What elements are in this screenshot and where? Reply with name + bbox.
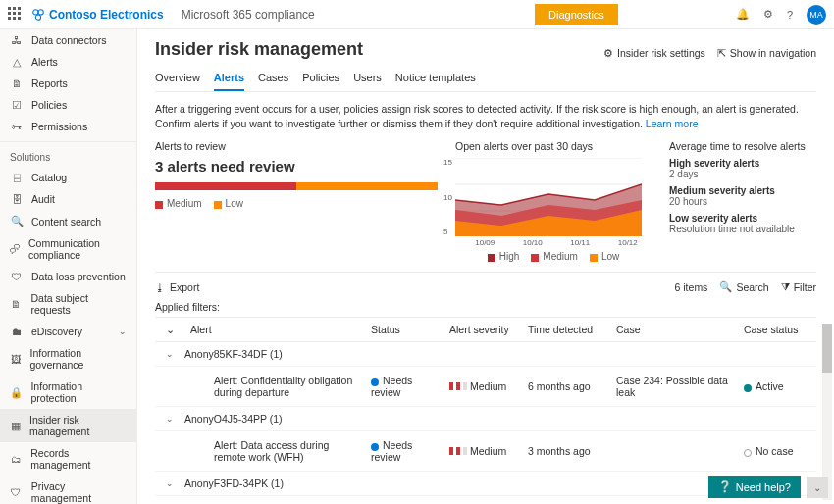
cell-alert: Alert: Confidentiality obligation during… <box>184 375 365 398</box>
sidebar-item-label: Reports <box>31 77 68 89</box>
sidebar-item-content-search[interactable]: 🔍Content search <box>0 210 136 232</box>
app-launcher-icon[interactable] <box>8 7 24 23</box>
sidebar-item-catalog[interactable]: ⌸Catalog <box>0 167 136 188</box>
col-severity[interactable]: Alert severity <box>443 324 522 335</box>
sidebar-icon: ☑ <box>10 99 24 111</box>
sidebar-icon: 🖿 <box>10 326 24 337</box>
cell-severity: Medium <box>443 445 522 457</box>
col-status[interactable]: Status <box>365 324 443 335</box>
show-in-navigation-link[interactable]: ⇱ Show in navigation <box>717 47 816 59</box>
sidebar-icon: 🗄 <box>10 193 24 205</box>
brand-label: Contoso Electronics <box>49 8 164 22</box>
sidebar-item-label: Content search <box>31 216 101 227</box>
tab-alerts[interactable]: Alerts <box>214 66 244 91</box>
cell-time: 6 months ago <box>522 380 610 392</box>
export-button[interactable]: ⭳ Export <box>155 281 199 293</box>
sidebar-item-label: Data loss prevention <box>31 271 126 282</box>
help-icon[interactable]: ? <box>787 9 793 21</box>
cell-case: Case 234: Possible data leak <box>610 375 738 398</box>
sidebar-item-reports[interactable]: 🗎Reports <box>0 73 136 94</box>
gear-icon[interactable]: ⚙ <box>763 8 773 21</box>
brand[interactable]: Contoso Electronics <box>31 8 164 22</box>
metric: Medium severity alerts20 hours <box>669 185 816 207</box>
status-dot-icon <box>744 384 752 392</box>
sidebar-icon: 🔒 <box>10 386 23 399</box>
sidebar-icon: 🖼 <box>10 353 23 365</box>
sidebar-icon: 🗝 <box>10 121 24 132</box>
learn-more-link[interactable]: Learn more <box>646 118 699 129</box>
sidebar-item-permissions[interactable]: 🗝Permissions <box>0 116 136 137</box>
sidebar-item-privacy-management[interactable]: 🛡Privacy management <box>0 476 136 504</box>
sidebar-item-audit[interactable]: 🗄Audit <box>0 188 136 210</box>
search-button[interactable]: 🔍 Search <box>719 280 768 293</box>
chevron-down-icon: ⌄ <box>155 479 184 488</box>
col-alert[interactable]: Alert <box>184 324 365 335</box>
collapse-arrow-icon[interactable]: ⌄ <box>807 477 828 498</box>
sidebar-icon: 🛡 <box>10 271 24 282</box>
sidebar-item-label: Data subject requests <box>30 292 127 316</box>
tab-notice-templates[interactable]: Notice templates <box>395 66 476 91</box>
sidebar: 🖧Data connectors△Alerts🗎Reports☑Policies… <box>0 29 137 504</box>
filter-button[interactable]: ⧩ Filter <box>781 280 816 293</box>
cell-severity: Medium <box>443 380 522 392</box>
avatar[interactable]: MA <box>807 5 826 25</box>
col-case[interactable]: Case <box>610 324 738 335</box>
top-bar: Contoso Electronics Microsoft 365 compli… <box>0 0 834 29</box>
sidebar-item-label: eDiscovery <box>31 326 82 337</box>
col-time[interactable]: Time detected <box>522 324 610 335</box>
page-description: After a triggering event occurs for a us… <box>155 92 816 140</box>
open-alerts-chart: 15105 <box>455 158 642 236</box>
sidebar-icon: 🛡 <box>10 486 24 498</box>
tab-users[interactable]: Users <box>353 66 382 91</box>
sidebar-item-alerts[interactable]: △Alerts <box>0 51 136 73</box>
page-title: Insider risk management <box>155 39 363 60</box>
open-alerts-heading: Open alerts over past 30 days <box>455 140 652 152</box>
sidebar-item-information-protection[interactable]: 🔒Information protection <box>0 376 136 409</box>
metric-value: 20 hours <box>669 196 707 207</box>
sidebar-item-data-connectors[interactable]: 🖧Data connectors <box>0 29 136 51</box>
metric: High severity alerts2 days <box>669 158 816 179</box>
sidebar-item-label: Information governance <box>30 347 128 371</box>
col-case-status[interactable]: Case status <box>738 324 816 335</box>
empty-circle-icon <box>744 449 752 457</box>
sidebar-icon: 🗂 <box>10 453 23 465</box>
top-actions: 🔔 ⚙ ? MA <box>736 5 826 25</box>
sidebar-item-policies[interactable]: ☑Policies <box>0 94 136 116</box>
chevron-down-icon: ⌄ <box>119 327 127 336</box>
alerts-review-legend: Medium Low <box>155 198 438 209</box>
status-dot-icon <box>371 443 379 451</box>
need-help-button[interactable]: ❔ Need help? <box>708 476 801 498</box>
alert-group[interactable]: ⌄Anony85KF-34DF (1) <box>155 342 816 367</box>
sidebar-item-records-management[interactable]: 🗂Records management <box>0 442 136 476</box>
alert-group[interactable]: ⌄AnonyO4J5-34PP (1) <box>155 407 816 431</box>
sidebar-icon: 🖧 <box>10 34 24 46</box>
grid-header: ⌄ Alert Status Alert severity Time detec… <box>155 318 816 342</box>
alerts-review-bar <box>155 182 438 190</box>
sidebar-item-insider-risk-management[interactable]: ▦Insider risk management <box>0 409 136 442</box>
tab-overview[interactable]: Overview <box>155 66 200 91</box>
alert-row[interactable]: Alert: Confidentiality obligation during… <box>155 367 816 407</box>
chevron-down-icon[interactable]: ⌄ <box>155 324 184 335</box>
avg-time-heading: Average time to resolve alerts <box>669 140 816 152</box>
tab-cases[interactable]: Cases <box>258 66 288 91</box>
sidebar-item-communication-compliance[interactable]: 🗪Communication compliance <box>0 232 136 266</box>
tab-policies[interactable]: Policies <box>302 66 339 91</box>
sidebar-item-label: Policies <box>31 99 67 111</box>
scrollbar-thumb[interactable] <box>822 324 832 373</box>
metric-title: Medium severity alerts <box>669 185 816 196</box>
sidebar-item-ediscovery[interactable]: 🖿eDiscovery⌄ <box>0 321 136 342</box>
insider-risk-settings-link[interactable]: ⚙ Insider risk settings <box>603 47 705 59</box>
bell-icon[interactable]: 🔔 <box>736 8 750 21</box>
brand-logo-icon <box>31 8 45 22</box>
sidebar-item-label: Data connectors <box>31 34 106 46</box>
sidebar-icon: 🔍 <box>10 215 24 227</box>
sidebar-item-data-loss-prevention[interactable]: 🛡Data loss prevention <box>0 266 136 287</box>
chevron-down-icon: ⌄ <box>155 414 184 424</box>
diagnostics-button[interactable]: Diagnostics <box>535 4 618 25</box>
sidebar-item-information-governance[interactable]: 🖼Information governance <box>0 342 136 376</box>
sidebar-item-data-subject-requests[interactable]: 🗎Data subject requests <box>0 287 136 321</box>
sidebar-item-label: Catalog <box>31 172 67 183</box>
metric-value: 2 days <box>669 169 698 179</box>
main-content: Insider risk management ⚙ Insider risk s… <box>137 29 834 504</box>
alert-row[interactable]: Alert: Data access during remote work (W… <box>155 431 816 472</box>
